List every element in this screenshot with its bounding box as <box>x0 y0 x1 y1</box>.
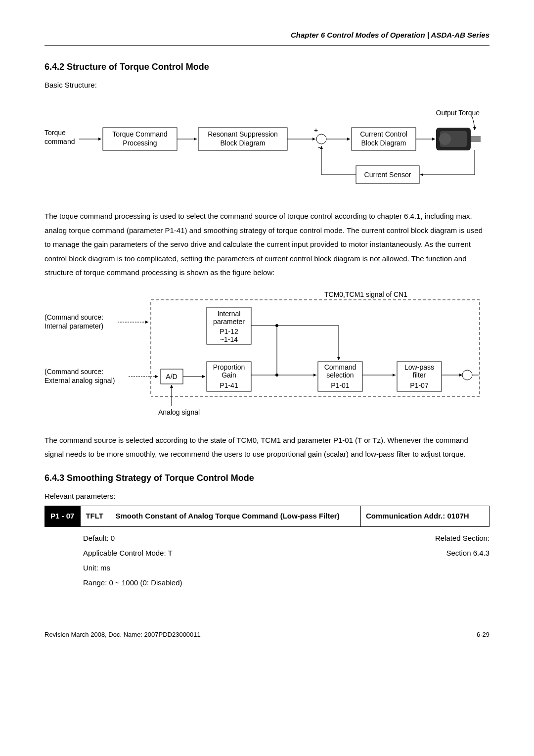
param-code: P1 - 07 <box>44 506 80 527</box>
output-torque-label: Output Torque <box>436 109 480 117</box>
lowpass-text2: filter <box>413 371 426 379</box>
footer-right: 6-29 <box>477 630 490 640</box>
param-related: Related Section: <box>435 531 490 546</box>
section-643-title: 6.4.3 Smoothing Strategy of Torque Contr… <box>44 472 490 485</box>
param-mode: Applicable Control Mode: T <box>83 546 173 561</box>
cmd-sel-text1: Command <box>324 363 356 371</box>
param-unit: Unit: ms <box>83 561 490 575</box>
section-642-para1: The toque command processing is used to … <box>44 209 490 280</box>
internal-param-text2: parameter <box>213 318 245 326</box>
relevant-params-label: Relevant parameters: <box>44 491 490 502</box>
section-642-para2: The command source is selected according… <box>44 433 490 462</box>
param-addr-cell: Communication Addr.: 0107H <box>361 506 490 527</box>
param-default: Default: 0 <box>83 531 115 546</box>
output-node <box>462 370 472 380</box>
lowpass-text1: Low-pass <box>404 363 434 371</box>
cmd-sel-text2: selection <box>326 371 354 379</box>
resonant-text2: Block Diagram <box>220 139 265 147</box>
ad-text: A/D <box>166 373 177 380</box>
motor-icon <box>436 128 481 150</box>
svg-point-2 <box>439 133 451 145</box>
torque-cmd-processing-text1: Torque Command <box>112 130 167 138</box>
torque-command-label: Torque <box>44 129 66 137</box>
internal-param-text1: Internal <box>218 310 241 318</box>
cmd-src-internal-text1: (Command source: <box>44 313 103 321</box>
cmd-src-external-text1: (Command source: <box>44 368 103 376</box>
prop-gain-text2: Gain <box>222 371 236 379</box>
section-642-title: 6.4.2 Structure of Torque Control Mode <box>44 60 490 74</box>
tcm-signal-label: TCM0,TCM1 signal of CN1 <box>324 290 407 298</box>
page-footer: Revision March 2008, Doc. Name: 2007PDD2… <box>44 630 490 640</box>
param-row: P1 - 07 TFLT Smooth Constant of Analog T… <box>44 506 490 527</box>
basic-structure-label: Basic Structure: <box>44 80 490 91</box>
svg-rect-3 <box>471 136 481 142</box>
current-control-text2: Block Diagram <box>361 139 406 147</box>
p141-text: P1-41 <box>220 381 238 389</box>
prop-gain-text1: Proportion <box>213 363 245 371</box>
param-details: Default: 0 Related Section: Applicable C… <box>83 531 490 590</box>
p107-text: P1-07 <box>410 381 429 389</box>
param-desc-cell: Smooth Constant of Analog Torque Command… <box>110 506 361 527</box>
current-control-text1: Current Control <box>360 130 407 138</box>
torque-control-structure-diagram: Torque command Torque Command Processing… <box>44 100 490 194</box>
param-label-cell: TFLT <box>81 506 110 527</box>
cmd-src-external-text2: External analog signal) <box>44 377 115 384</box>
torque-command-label2: command <box>44 138 75 145</box>
summing-junction <box>316 134 326 144</box>
p114-text: ~1-14 <box>220 335 238 343</box>
param-range: Range: 0 ~ 1000 (0: Disabled) <box>83 575 490 590</box>
current-sensor-text: Current Sensor <box>364 171 411 179</box>
torque-command-processing-diagram: TCM0,TCM1 signal of CN1 (Command source:… <box>44 290 490 419</box>
footer-left: Revision March 2008, Doc. Name: 2007PDD2… <box>44 630 201 640</box>
arrow <box>472 117 475 130</box>
plus-sign: + <box>314 126 318 134</box>
torque-cmd-processing-text2: Processing <box>123 139 157 147</box>
p112-text: P1-12 <box>220 328 238 335</box>
minus-sign: - <box>318 143 320 151</box>
analog-signal-label: Analog signal <box>158 408 200 416</box>
param-section-ref: Section 6.4.3 <box>446 546 490 561</box>
chapter-header: Chapter 6 Control Modes of Operation | A… <box>44 30 490 46</box>
resonant-text1: Resonant Suppression <box>208 130 278 138</box>
param-table: TFLT Smooth Constant of Analog Torque Co… <box>80 506 490 527</box>
cmd-src-internal-text2: Internal parameter) <box>44 322 103 330</box>
p101-text: P1-01 <box>331 381 350 389</box>
